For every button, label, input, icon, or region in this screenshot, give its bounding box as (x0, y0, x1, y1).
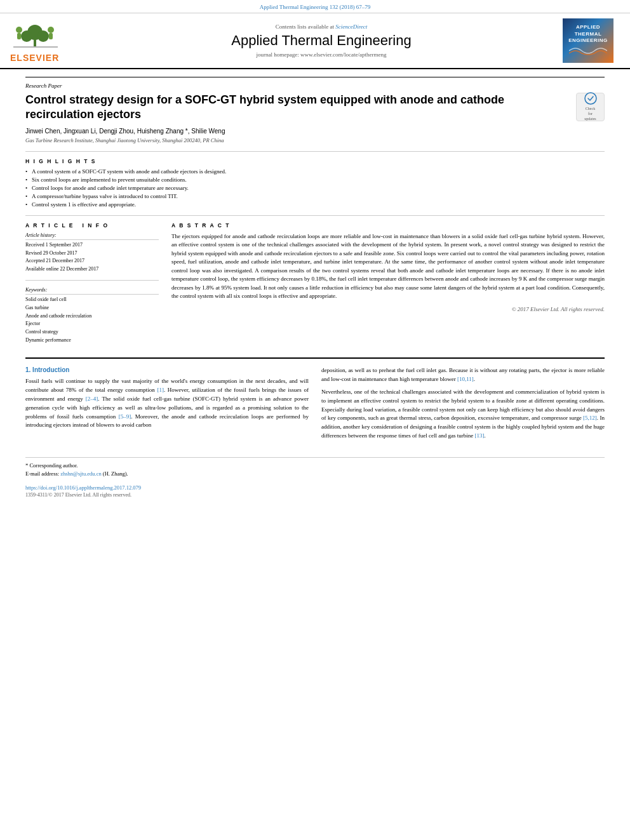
article-title: Control strategy design for a SOFC-GT hy… (25, 93, 570, 123)
keywords-section: Keywords: Solid oxide fuel cell Gas turb… (25, 287, 159, 345)
corresponding-note: * Corresponding author. (25, 462, 605, 470)
sciencedirect-link[interactable]: ScienceDirect (335, 23, 367, 30)
check-updates-icon (584, 92, 597, 105)
authors-line: Jinwei Chen, Jingxuan Li, Dengji Zhou, H… (25, 128, 605, 135)
intro-para2: deposition, as well as to preheat the fu… (321, 366, 605, 384)
highlights-heading: H I G H L I G H T S (25, 158, 605, 164)
check-for-updates-badge: Checkforupdates (576, 93, 605, 121)
history-dates: Received 1 September 2017 Revised 29 Oct… (25, 241, 159, 274)
highlights-list: A control system of a SOFC-GT system wit… (25, 168, 605, 208)
intro-para1: Fossil fuels will continue to supply the… (25, 377, 309, 430)
highlight-item: Six control loops are implemented to pre… (25, 177, 605, 183)
email-suffix: (H. Zhang). (103, 470, 128, 477)
journal-info-bar: Applied Thermal Engineering 132 (2018) 6… (0, 0, 630, 13)
corresponding-label: * Corresponding author. (25, 462, 77, 469)
divider-keywords (25, 280, 159, 281)
journal-cover-thumb: APPLIED THERMAL ENGINEERING (563, 18, 613, 63)
keyword-item: Dynamic performance (25, 337, 159, 345)
badge-label: Checkforupdates (584, 107, 597, 121)
available-date: Available online 22 December 2017 (25, 265, 159, 274)
info-abstract-section: A R T I C L E I N F O Article history: R… (25, 215, 605, 350)
thumb-wave-graphic (569, 44, 607, 57)
divider-before-highlights (25, 151, 605, 152)
article-info-heading: A R T I C L E I N F O (25, 222, 159, 229)
article-history: Article history: Received 1 September 20… (25, 232, 159, 274)
highlight-item: Control loops for anode and cathode inle… (25, 185, 605, 191)
article-info-column: A R T I C L E I N F O Article history: R… (25, 222, 159, 350)
abstract-column: A B S T R A C T The ejectors equipped fo… (171, 222, 605, 350)
ref-5-9[interactable]: [5–9] (119, 413, 131, 420)
highlight-item: A compressor/turbine bypass valve is int… (25, 193, 605, 199)
journal-header: ELSEVIER Contents lists available at Sci… (0, 13, 630, 69)
introduction-heading: 1. Introduction (25, 366, 309, 373)
elsevier-brand-text: ELSEVIER (10, 53, 59, 63)
highlights-section: H I G H L I G H T S A control system of … (25, 151, 605, 208)
accepted-date: Accepted 21 December 2017 (25, 257, 159, 265)
svg-point-10 (585, 93, 596, 104)
footnote-section: * Corresponding author. E-mail address: … (25, 457, 605, 478)
doi-section: https://doi.org/10.1016/j.applthermaleng… (25, 484, 605, 498)
publisher-logo-area: ELSEVIER (10, 18, 80, 63)
ref-13[interactable]: [13] (475, 432, 485, 439)
keywords-label: Keywords: (25, 287, 159, 295)
keyword-item: Ejector (25, 320, 159, 328)
keyword-item: Gas turbine (25, 304, 159, 312)
journal-title: Applied Thermal Engineering (86, 32, 556, 49)
abstract-heading: A B S T R A C T (171, 222, 605, 229)
keywords-list: Solid oxide fuel cell Gas turbine Anode … (25, 296, 159, 345)
article-type-label: Research Paper (25, 77, 605, 89)
svg-point-5 (37, 30, 49, 42)
doi-link[interactable]: https://doi.org/10.1016/j.applthermaleng… (25, 484, 141, 491)
body-section: 1. Introduction Fossil fuels will contin… (25, 357, 605, 445)
abstract-text: The ejectors equipped for anode and cath… (171, 232, 605, 301)
ref-5-12[interactable]: [5,12] (583, 415, 597, 421)
affiliation-line: Gas Turbine Research Institute, Shanghai… (25, 137, 605, 143)
history-label: Article history: (25, 232, 159, 240)
ref-10-11[interactable]: [10,11] (457, 376, 474, 382)
revised-date: Revised 29 October 2017 (25, 250, 159, 258)
keyword-item: Control strategy (25, 328, 159, 337)
svg-point-8 (48, 27, 54, 33)
email-label: E-mail address: (25, 470, 59, 477)
journal-title-area: Contents lists available at ScienceDirec… (86, 23, 556, 58)
elsevier-logo-svg (10, 18, 61, 51)
journal-homepage: journal homepage: www.elsevier.com/locat… (86, 51, 556, 58)
ref-2-4[interactable]: [2–4] (86, 396, 98, 402)
ref-1[interactable]: [1] (157, 387, 164, 393)
email-address[interactable]: zhshn@sjtu.edu.cn (60, 470, 102, 477)
journal-thumbnail-area: APPLIED THERMAL ENGINEERING (563, 18, 620, 63)
sciencedirect-line: Contents lists available at ScienceDirec… (86, 23, 556, 30)
main-content: Research Paper Control strategy design f… (0, 69, 630, 510)
elsevier-logo: ELSEVIER (10, 18, 80, 63)
journal-citation: Applied Thermal Engineering 132 (2018) 6… (260, 4, 371, 10)
svg-rect-7 (17, 33, 21, 39)
highlight-item: A control system of a SOFC-GT system wit… (25, 168, 605, 175)
article-title-row: Control strategy design for a SOFC-GT hy… (25, 93, 605, 123)
body-left-column: 1. Introduction Fossil fuels will contin… (25, 366, 309, 445)
intro-para3: Nevertheless, one of the technical chall… (321, 388, 605, 441)
check-updates-text: Checkforupdates (584, 92, 597, 121)
thumb-text: APPLIED THERMAL ENGINEERING (566, 24, 610, 44)
keyword-item: Anode and cathode recirculation (25, 312, 159, 321)
body-right-column: deposition, as well as to preheat the fu… (321, 366, 605, 445)
svg-rect-9 (49, 33, 53, 39)
received-date: Received 1 September 2017 (25, 241, 159, 250)
keyword-item: Solid oxide fuel cell (25, 296, 159, 304)
copyright-line: © 2017 Elsevier Ltd. All rights reserved… (171, 306, 605, 312)
highlight-item: Control system 1 is effective and approp… (25, 201, 605, 208)
issn-line: 1359-4311/© 2017 Elsevier Ltd. All right… (25, 492, 605, 498)
svg-point-6 (16, 27, 22, 33)
svg-point-4 (21, 30, 32, 42)
email-line: E-mail address: zhshn@sjtu.edu.cn (H. Zh… (25, 470, 605, 478)
